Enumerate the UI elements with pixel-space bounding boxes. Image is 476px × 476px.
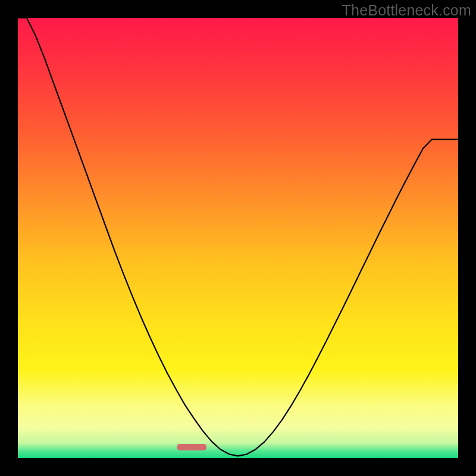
plot-svg <box>18 18 458 458</box>
watermark-text: TheBottleneck.com <box>342 2 471 19</box>
gradient-background <box>18 18 458 458</box>
plot-area <box>18 18 458 458</box>
outer-frame: TheBottleneck.com <box>0 0 476 476</box>
optimal-marker <box>177 444 207 450</box>
